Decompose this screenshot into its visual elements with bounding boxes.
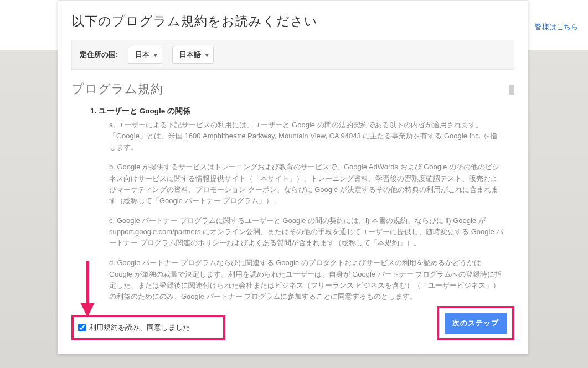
terms-para-c: c. Google パートナー プログラムに関するユーザーと Google の間… (90, 215, 504, 248)
modal-title: 以下のプログラム規約をお読みください (71, 13, 514, 30)
terms-para-d: d. Google パートナー プログラムならびに関連する Google のプロ… (90, 257, 504, 300)
svg-marker-1 (80, 303, 95, 317)
agree-label[interactable]: 利用規約を読み、同意しました (89, 323, 190, 333)
next-step-button[interactable]: 次のステップ (445, 313, 507, 334)
terms-para-b: b. Google が提供するサービスはトレーニングおよび教育のサービスで、Go… (90, 162, 504, 206)
terms-scroll-area[interactable]: プログラム規約 1. ユーザーと Google の関係 a. ユーザーによる下記… (71, 81, 514, 300)
country-label: 定住所の国: (80, 50, 118, 60)
agree-checkbox[interactable] (78, 324, 86, 331)
terms-para-a: a. ユーザーによる下記サービスの利用には、ユーザーと Google の間の法的… (90, 120, 504, 153)
chevron-down-icon: ▾ (205, 51, 209, 59)
terms-modal: 以下のプログラム規約をお読みください 定住所の国: 日本 ▾ 日本語 ▾ プログ… (58, 0, 528, 354)
language-dropdown[interactable]: 日本語 ▾ (172, 46, 214, 64)
chevron-down-icon: ▾ (154, 51, 157, 59)
language-dropdown-value: 日本語 (179, 50, 201, 59)
header-partner-link[interactable]: 皆様はこちら (535, 22, 578, 32)
next-highlight-box: 次のステップ (437, 306, 514, 340)
scrollbar-thumb[interactable] (509, 85, 514, 95)
country-dropdown-value: 日本 (135, 50, 149, 59)
terms-heading: プログラム規約 (71, 81, 514, 97)
country-dropdown[interactable]: 日本 ▾ (128, 46, 162, 64)
locale-selector-bar: 定住所の国: 日本 ▾ 日本語 ▾ (71, 40, 514, 70)
terms-body: 1. ユーザーと Google の関係 a. ユーザーによる下記サービスの利用に… (71, 106, 514, 300)
modal-footer: 利用規約を読み、同意しました 次のステップ (71, 306, 514, 340)
terms-section-1-head: 1. ユーザーと Google の関係 (90, 106, 504, 116)
agree-highlight-box: 利用規約を読み、同意しました (71, 315, 225, 340)
